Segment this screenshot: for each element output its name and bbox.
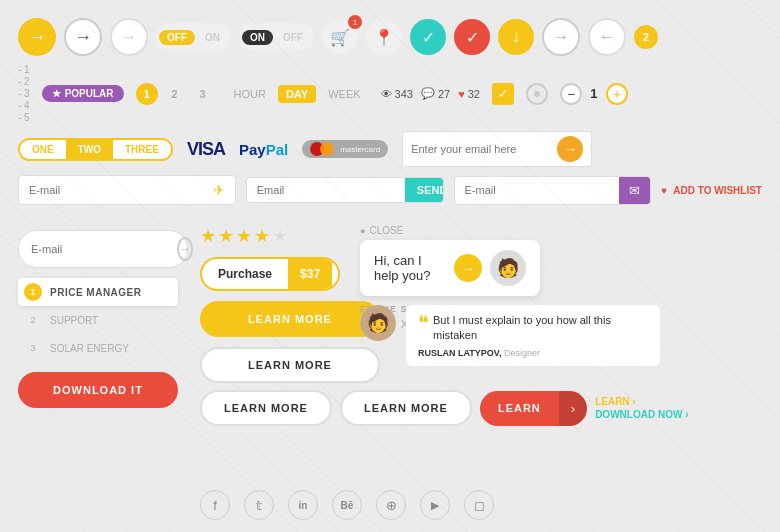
quote-section: 🧑 ❝ But I must explain to you how all th… [360,305,660,366]
toggle-switch-1[interactable]: OFF ON [156,23,231,51]
location-icon: 📍 [366,19,402,55]
purchase-label: Purchase [202,259,288,289]
twitter-icon[interactable]: 𝕥 [244,490,274,520]
web-icon[interactable]: ⊕ [376,490,406,520]
seg-three[interactable]: THREE [113,140,171,159]
email-arrow-field[interactable] [31,243,169,255]
learn-more-outline-btn[interactable]: LEARN MORE [200,347,380,383]
segmented-control: ONE TWO THREE [18,138,173,161]
chat-send-button[interactable]: → [454,254,482,282]
chat-close-btn[interactable]: ● CLOSE [360,225,540,236]
toggle-switch-2[interactable]: ON OFF [239,23,314,51]
star-2: ★ [218,225,234,247]
email-input-2: SEND [246,177,444,203]
pm-num-2: 2 [24,311,42,329]
download-it-button[interactable]: DOWNLOAD IT [18,372,178,408]
toggle-on-label-2[interactable]: ON [242,30,273,45]
send-button-teal[interactable]: SEND [405,178,444,202]
learn-red-label: LEARN [480,392,559,424]
learn-more-bottom-2[interactable]: LEARN MORE [340,390,472,426]
page-1-btn[interactable]: 1 [136,83,158,105]
arrow-back-btn[interactable]: ← [588,18,626,56]
stepper: − 1 + [560,83,628,105]
pm-label-3: SOLAR ENERGY [50,343,129,354]
brand-logos: VISA PayPal mastercard [187,139,388,160]
stepper-plus[interactable]: + [606,83,628,105]
seg-two[interactable]: TWO [66,140,113,159]
email-field-2-input[interactable] [247,178,405,202]
linkedin-icon[interactable]: in [288,490,318,520]
arrow-forward-btn-1[interactable]: → [18,18,56,56]
toggle-off-label-1[interactable]: OFF [159,30,195,45]
pm-item-3[interactable]: 3 SOLAR ENERGY [18,334,178,362]
badge-number: 2 [634,25,658,49]
heart-wishlist-icon: ♥ [661,185,667,196]
seg-one[interactable]: ONE [20,140,66,159]
time-hour[interactable]: HOUR [226,85,274,103]
arrow-forward-btn-4[interactable]: → [542,18,580,56]
instagram-icon[interactable]: ◻ [464,490,494,520]
download-now-link[interactable]: DOWNLOAD NOW › [595,409,688,420]
pm-item-2[interactable]: 2 SUPPORT [18,306,178,334]
check-red-icon: ✓ [454,19,490,55]
pm-label-1: PRICE MANAGER [50,287,142,298]
email-send-arrow[interactable]: → [557,136,583,162]
page-3-btn[interactable]: 3 [192,83,214,105]
purchase-price: $37 [288,259,332,289]
quote-bubble: ❝ But I must explain to you how all this… [406,305,660,366]
quote-author: RUSLAN LATYPOV, Designer [418,348,648,358]
checkbox-done[interactable]: ✓ [492,83,514,105]
youtube-icon[interactable]: ▶ [420,490,450,520]
pm-num-3: 3 [24,339,42,357]
email-field-1-input[interactable] [29,184,205,196]
pagination: 1 2 3 [136,83,214,105]
quote-mark: ❝ [418,313,429,333]
learn-more-yellow-btn[interactable]: LEARN MORE [200,301,380,337]
email-field-3-input[interactable] [455,178,620,202]
eye-icon: 👁 [381,88,392,100]
arrow-circle-btn[interactable]: → [177,237,193,261]
mastercard-logo: mastercard [302,140,388,158]
email-arrow-input: → [18,230,188,268]
facebook-icon[interactable]: f [200,490,230,520]
pm-label-2: SUPPORT [50,315,98,326]
download-yellow-icon[interactable]: ↓ [498,19,534,55]
stepper-minus[interactable]: − [560,83,582,105]
send-plane-icon: ✈ [213,182,225,198]
pm-item-1[interactable]: 1 PRICE MANAGER [18,278,178,306]
time-day[interactable]: DAY [278,85,316,103]
learn-links: LEARN › DOWNLOAD NOW › [595,396,688,420]
behance-icon[interactable]: Bē [332,490,362,520]
chat-bubble: Hi, can I help you? → 🧑 [360,240,540,296]
page-2-btn[interactable]: 2 [164,83,186,105]
email-input-3: ✉ [454,176,652,205]
learn-more-bottom-1[interactable]: LEARN MORE [200,390,332,426]
quote-text: But I must explain to you how all this m… [433,313,648,344]
visa-logo: VISA [187,139,225,160]
time-week[interactable]: WEEK [320,85,368,103]
time-selector: HOUR DAY WEEK [226,85,369,103]
purchase-button[interactable]: Purchase $37 [200,257,340,291]
email-field-row3[interactable] [411,143,549,155]
social-icons-row: f 𝕥 in Bē ⊕ ▶ ◻ [200,490,494,520]
bottom-action-row: LEARN MORE LEARN MORE LEARN › LEARN › DO… [200,390,688,426]
pm-num-1: 1 [24,283,42,301]
email-input-1: ✈ [18,175,236,205]
arrow-forward-btn-3[interactable]: → [110,18,148,56]
stats-row: 👁 343 💬 27 ♥ 32 [381,87,480,100]
arrow-forward-btn-2[interactable]: → [64,18,102,56]
chat-avatar: 🧑 [490,250,526,286]
wishlist-button[interactable]: ♥ ADD TO WISHLIST [661,185,762,196]
learn-red-button[interactable]: LEARN › [480,391,587,426]
price-manager-list: 1 PRICE MANAGER 2 SUPPORT 3 SOLAR ENERGY [18,278,178,362]
email-input-row3: → [402,131,592,167]
numbered-list: - 1- 2- 3- 4- 5 [18,64,30,123]
star-4: ★ [254,225,270,247]
radio-target[interactable] [526,83,548,105]
toggle-off-label-2[interactable]: OFF [275,30,311,45]
chat-greeting: Hi, can I help you? [374,253,446,283]
star-5-empty: ★ [272,225,288,247]
toggle-on-label-1[interactable]: ON [197,30,228,45]
learn-more-link[interactable]: LEARN › [595,396,688,407]
cart-icon[interactable]: 🛒 1 [322,19,358,55]
